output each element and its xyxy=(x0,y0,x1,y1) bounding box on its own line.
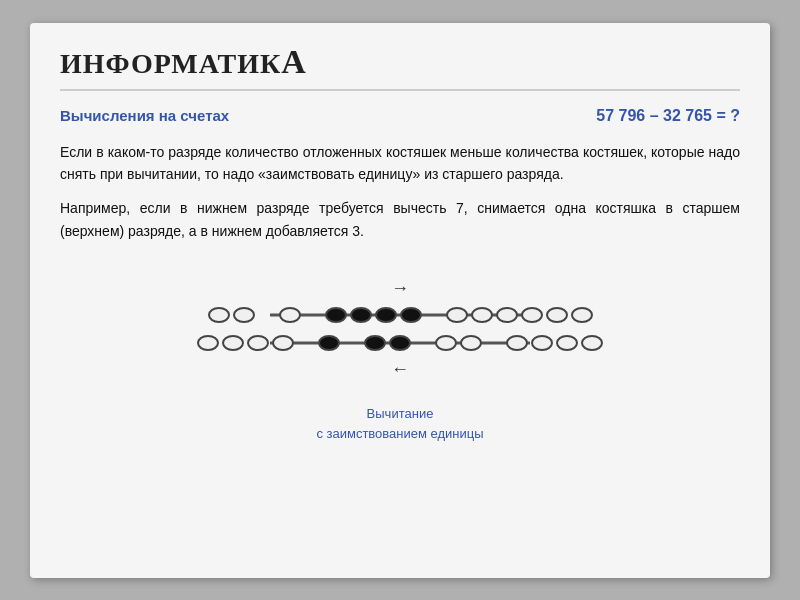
slide: ИНФОРМАТИКА Вычисления на счетах 57 796 … xyxy=(30,23,770,578)
bead xyxy=(364,335,386,351)
abacus-wrapper: → xyxy=(60,254,740,453)
logo: ИНФОРМАТИКА xyxy=(60,43,307,81)
paragraph1: Если в каком-то разряде количество отлож… xyxy=(60,141,740,186)
bead xyxy=(556,335,578,351)
bead xyxy=(247,335,269,351)
equation: 57 796 – 32 765 = ? xyxy=(596,107,740,125)
bead xyxy=(222,335,244,351)
beads-top xyxy=(208,307,593,323)
abacus-row-bottom xyxy=(197,335,603,351)
bead xyxy=(546,307,568,323)
bead xyxy=(375,307,397,323)
bead xyxy=(279,307,301,323)
bead xyxy=(460,335,482,351)
beads-bottom xyxy=(197,335,603,351)
section-title: Вычисления на счетах xyxy=(60,107,229,124)
bead xyxy=(581,335,603,351)
bead xyxy=(389,335,411,351)
bead xyxy=(400,307,422,323)
bead xyxy=(435,335,457,351)
caption-line2: с заимствованием единицы xyxy=(316,424,483,444)
bead xyxy=(350,307,372,323)
caption: Вычитание с заимствованием единицы xyxy=(316,404,483,443)
header: ИНФОРМАТИКА xyxy=(60,43,740,91)
bead xyxy=(233,307,255,323)
bead xyxy=(471,307,493,323)
bead xyxy=(531,335,553,351)
bead xyxy=(208,307,230,323)
abacus-row-top xyxy=(208,307,593,323)
bead xyxy=(272,335,294,351)
logo-text-a: А xyxy=(281,43,307,80)
bead xyxy=(446,307,468,323)
bead xyxy=(496,307,518,323)
paragraph2: Например, если в нижнем разряде требуетс… xyxy=(60,197,740,242)
caption-line1: Вычитание xyxy=(316,404,483,424)
logo-text-main: ИНФОРМАТИК xyxy=(60,48,281,79)
bead xyxy=(325,307,347,323)
bead xyxy=(318,335,340,351)
bead xyxy=(571,307,593,323)
bead xyxy=(506,335,528,351)
title-row: Вычисления на счетах 57 796 – 32 765 = ? xyxy=(60,107,740,125)
bead xyxy=(197,335,219,351)
bead xyxy=(521,307,543,323)
